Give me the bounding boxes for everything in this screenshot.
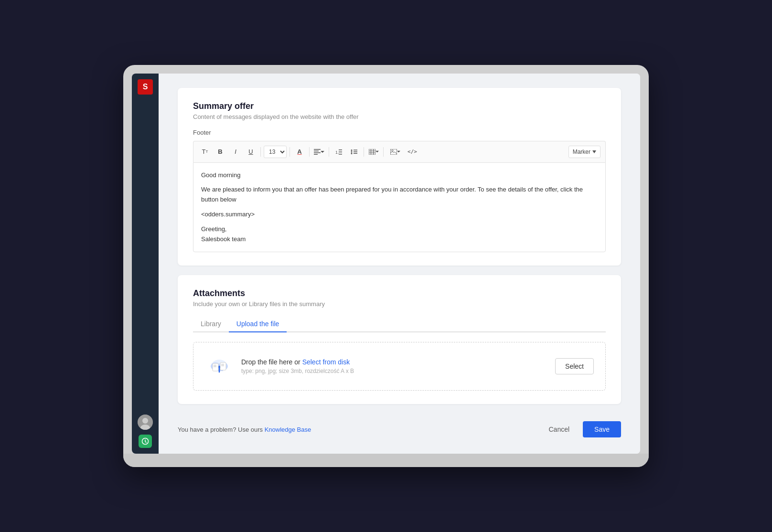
svg-rect-9: [339, 149, 342, 150]
svg-point-1: [142, 418, 148, 424]
font-size-select[interactable]: 13 14 16: [264, 146, 287, 158]
knowledge-base-link[interactable]: Knowledge Base: [265, 426, 311, 433]
main-content: Summary offer Content of messages displa…: [159, 74, 640, 454]
toolbar-divider-6: [383, 147, 384, 157]
attachments-tabs: Library Upload the file: [193, 316, 606, 332]
svg-rect-33: [221, 364, 224, 365]
toolbar-bold-btn[interactable]: B: [214, 145, 227, 159]
attachments-title: Attachments: [193, 288, 606, 298]
footer-bar: You have a problem? Use ours Knowledge B…: [178, 414, 621, 439]
toolbar-font-color-btn[interactable]: A: [293, 145, 306, 159]
attachments-subtitle: Include your own or Library files in the…: [193, 300, 606, 308]
editor-line-3: <odders.summary>: [201, 210, 598, 220]
tab-upload[interactable]: Upload the file: [229, 316, 287, 332]
svg-rect-16: [354, 151, 357, 152]
editor-toolbar: TT B I U 13 14 16 A: [193, 141, 606, 162]
svg-rect-29: [213, 363, 218, 371]
user-avatar[interactable]: [138, 415, 153, 430]
upload-icon-wrap: [205, 352, 234, 381]
toolbar-ul-btn[interactable]: [347, 145, 361, 159]
editor-body[interactable]: Good morning We are pleased to inform yo…: [193, 162, 606, 253]
logo-letter: S: [143, 83, 148, 91]
toolbar-divider-4: [329, 147, 329, 157]
toolbar-divider-3: [309, 147, 310, 157]
upload-meta-text: type: png, jpg; size 3mb, rozdzielczość …: [241, 368, 547, 374]
upload-text-area: Drop the file here or Select from disk t…: [241, 358, 547, 374]
app-logo[interactable]: S: [138, 79, 153, 95]
upload-main-text: Drop the file here or Select from disk: [241, 358, 547, 366]
editor-line-1: Good morning: [201, 170, 598, 181]
svg-point-13: [351, 151, 353, 152]
svg-rect-34: [221, 365, 224, 366]
editor-line-4: Greeting, Salesbook team: [201, 224, 598, 245]
toolbar-ol-btn[interactable]: 1.: [332, 145, 345, 159]
editor-line-2: We are pleased to inform you that an off…: [201, 185, 598, 205]
toolbar-code-btn[interactable]: </>: [406, 145, 419, 159]
summary-offer-title: Summary offer: [193, 101, 606, 111]
tab-library[interactable]: Library: [193, 316, 229, 332]
svg-rect-6: [314, 152, 321, 153]
laptop-base: [123, 454, 649, 467]
svg-rect-5: [314, 150, 319, 151]
svg-rect-15: [354, 149, 357, 150]
summary-offer-subtitle: Content of messages displayed on the web…: [193, 113, 606, 120]
upload-area[interactable]: Drop the file here or Select from disk t…: [193, 342, 606, 391]
sidebar: S: [132, 74, 159, 454]
svg-rect-23: [390, 149, 397, 155]
svg-point-12: [351, 149, 353, 151]
svg-rect-4: [314, 149, 321, 150]
svg-rect-11: [339, 154, 342, 155]
select-button[interactable]: Select: [555, 358, 594, 374]
footer-actions: Cancel Save: [541, 421, 621, 437]
svg-rect-7: [314, 154, 318, 155]
svg-rect-18: [369, 149, 375, 155]
marker-label: Marker: [573, 149, 590, 155]
svg-text:1.: 1.: [335, 150, 339, 155]
cancel-button[interactable]: Cancel: [541, 422, 577, 437]
toolbar-text-btn[interactable]: TT: [198, 145, 212, 159]
svg-rect-31: [214, 366, 216, 367]
attachments-card: Attachments Include your own or Library …: [178, 275, 621, 404]
toolbar-marker-btn[interactable]: Marker: [568, 146, 600, 158]
toolbar-table-btn[interactable]: [367, 145, 380, 159]
svg-rect-30: [214, 365, 216, 366]
toolbar-divider-5: [364, 147, 364, 157]
svg-rect-10: [339, 151, 342, 152]
svg-point-14: [351, 153, 353, 154]
toolbar-italic-btn[interactable]: I: [229, 145, 242, 159]
toolbar-align-btn[interactable]: [312, 145, 326, 159]
toolbar-divider-1: [260, 147, 261, 157]
svg-rect-17: [354, 153, 357, 154]
save-button[interactable]: Save: [583, 421, 621, 437]
summary-offer-card: Summary offer Content of messages displa…: [178, 88, 621, 266]
toolbar-image-btn[interactable]: [386, 145, 404, 159]
footer-label: Footer: [193, 129, 606, 136]
select-from-disk-link[interactable]: Select from disk: [302, 358, 350, 366]
clock-button[interactable]: [139, 435, 152, 448]
toolbar-divider-2: [290, 147, 290, 157]
help-text: You have a problem? Use ours Knowledge B…: [178, 426, 311, 433]
svg-rect-32: [220, 362, 226, 370]
toolbar-underline-btn[interactable]: U: [244, 145, 257, 159]
